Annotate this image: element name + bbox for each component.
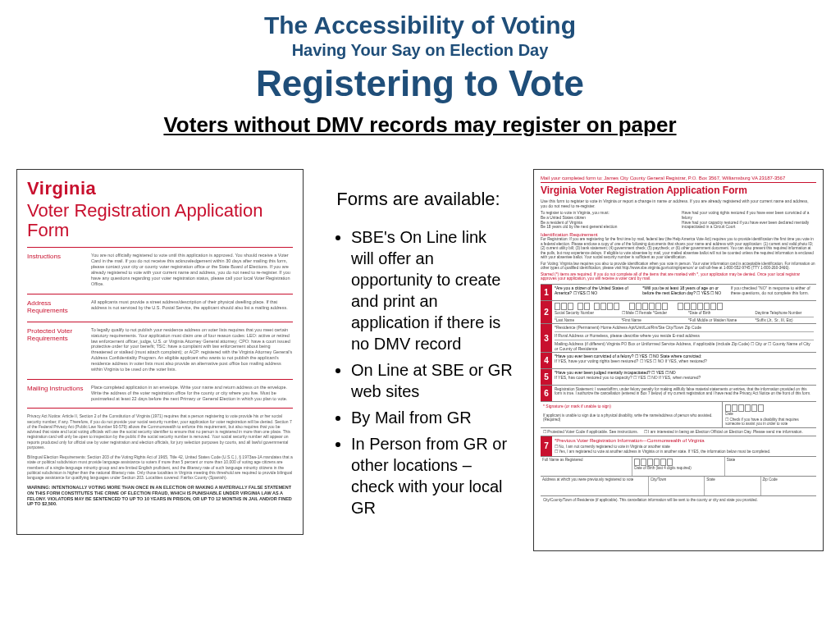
- mail-to-bar: Mail your completed form to: James City …: [541, 175, 816, 183]
- pf2-state: State: [705, 477, 760, 495]
- elig-col-a: To register to vote in Virginia, you mus…: [541, 211, 675, 230]
- lbl-gender: ☐ Male ☐ Female *Gender: [622, 311, 681, 316]
- eligibility-columns: To register to vote in Virginia, you mus…: [541, 211, 816, 230]
- pv-official: ☐ I am interested in being an Election O…: [644, 430, 803, 434]
- prev-fields-1: Full Name as Registered Date of Birth (l…: [541, 456, 816, 476]
- q1b: *Will you be at least 18 years of age on…: [642, 285, 725, 295]
- lbl-middle: *Full Middle or Maiden Name: [688, 318, 747, 323]
- sig-label-text: * Signature (or mark if unable to sign): [543, 404, 611, 409]
- row-3-body: *Residence (Permanent) Home Address Apt/…: [552, 324, 816, 352]
- signature-label: * Signature (or mark if unable to sign) …: [541, 402, 722, 427]
- badge-1: 1: [541, 285, 552, 300]
- divider: [27, 379, 293, 380]
- signature-row: * Signature (or mark if unable to sign) …: [541, 401, 816, 427]
- divider: [27, 408, 293, 409]
- elig-a3: Be a resident of Virginia: [541, 221, 582, 225]
- row-2-body: Social Security Number ☐ Male ☐ Female *…: [552, 301, 816, 323]
- prev-fields-2: Address at which you were previously reg…: [541, 476, 816, 495]
- q1a: *Are you a citizen of the United States …: [555, 285, 637, 295]
- body-mailing: Place completed application in an envelo…: [91, 385, 293, 402]
- q1c: If you checked "NO" in response to eithe…: [731, 285, 814, 295]
- badge-4: 4: [541, 353, 552, 368]
- q4b: If YES, have your voting rights been res…: [555, 358, 814, 363]
- middle-column: Forms are available: SBE's On Line link …: [317, 169, 520, 523]
- r3b: If Rural Address or Homeless, please des…: [555, 331, 814, 338]
- label-address: Address Requirements: [27, 299, 84, 315]
- lbl-dob: *Date of Birth: [688, 311, 747, 316]
- prev-body: ☐ No, I am not currently registered to v…: [552, 445, 816, 456]
- pf-state: State: [725, 457, 816, 476]
- lbl-phone: Daytime Telephone Number: [756, 311, 815, 316]
- pf-name: Full Name as Registered: [541, 457, 632, 476]
- lbl-suffix: *Suffix (Jr., Sr., III, Etc): [756, 318, 815, 323]
- divider: [27, 247, 293, 248]
- pf-dob: Date of Birth (last 4 digits required): [632, 457, 724, 476]
- label-mailing: Mailing Instructions: [27, 385, 84, 402]
- label-instructions: Instructions: [27, 253, 84, 286]
- lbl-first: *First Name: [622, 318, 681, 323]
- id-requirement-body-1: For Registration: If you are registering…: [541, 237, 816, 260]
- privacy-notice: Privacy Act Notice: Article II, Section …: [27, 413, 293, 450]
- divider: [27, 294, 293, 294]
- elig-a1: To register to vote in Virginia, you mus…: [541, 211, 609, 215]
- sig-assist: If applicant is unable to sign due to a …: [543, 413, 719, 422]
- prev-head: *Previous Voter Registration Information…: [552, 436, 816, 445]
- pf2-city: City/Town: [649, 477, 705, 495]
- bilingual-notice: Bilingual Election Requirements: Section…: [27, 454, 293, 480]
- row-7: 7 *Previous Voter Registration Informati…: [541, 436, 816, 456]
- form-state: Virginia: [27, 178, 293, 199]
- subtitle: Voters without DMV records may register …: [16, 112, 824, 138]
- pv-code: ☐ Protected Voter Code if applicable. Se…: [543, 430, 638, 434]
- bullet-3: By Mail from GR: [351, 407, 514, 428]
- r3c: Mailing Address (if different) Virginia …: [555, 340, 814, 351]
- bullet-2: On Line at SBE or GR web sites: [351, 359, 514, 402]
- row-5-body: *Have you ever been judged mentally inca…: [552, 369, 816, 385]
- sig-date-label: Date: [725, 412, 814, 416]
- badge-5: 5: [541, 369, 552, 385]
- body-address: All applicants must provide a street add…: [91, 299, 293, 315]
- section-protected: Protected Voter Requirements To legally …: [27, 327, 293, 372]
- elig-b2: Have had your capacity restored if you h…: [682, 221, 809, 230]
- row-3: 3 *Residence (Permanent) Home Address Ap…: [541, 323, 816, 352]
- bullet-4: In Person from GR or other locations – c…: [351, 433, 514, 518]
- elig-a4: Be 18 years old by the next general elec…: [541, 225, 617, 229]
- section-address: Address Requirements All applicants must…: [27, 299, 293, 315]
- id-requirement-body-2: For Voting: Virginia law requires you al…: [541, 262, 816, 271]
- badge-6: 6: [541, 386, 552, 401]
- badge-3: 3: [541, 324, 552, 352]
- forms-available-heading: Forms are available:: [323, 189, 514, 210]
- starred-note: Starred (*) items are required. If you d…: [541, 272, 816, 282]
- section-mailing: Mailing Instructions Place completed app…: [27, 385, 293, 402]
- r3a: *Residence (Permanent) Home Address Apt/…: [555, 325, 814, 330]
- elig-col-b: Have had your voting rights restored if …: [682, 211, 816, 230]
- section-instructions: Instructions You are not officially regi…: [27, 253, 293, 286]
- row2-sublabels: Social Security Number ☐ Male ☐ Female *…: [555, 311, 814, 316]
- forms-available-list: SBE's On Line link will offer an opportu…: [323, 226, 514, 518]
- registration-statement: Registration Statement: I swear/affirm, …: [552, 386, 816, 401]
- row-7-body: *Previous Voter Registration Information…: [552, 436, 816, 456]
- title-line-3: Registering to Vote: [16, 63, 824, 104]
- badge-2: 2: [541, 301, 552, 323]
- content-row: Virginia Voter Registration Application …: [16, 169, 824, 551]
- row-5: 5 *Have you ever been judged mentally in…: [541, 368, 816, 385]
- pf2-zip: Zip Code: [761, 477, 816, 495]
- elig-a2: Be a United States citizen: [541, 216, 586, 220]
- signature-right: Date ☐ Check if you have a disability th…: [722, 402, 816, 427]
- bullet-1: SBE's On Line link will offer an opportu…: [351, 226, 514, 354]
- form-thumbnail-application: Mail your completed form to: James City …: [533, 169, 824, 551]
- row-1-body: *Are you a citizen of the United States …: [552, 285, 816, 300]
- lbl-ssn: Social Security Number: [555, 311, 614, 316]
- foot-note: City/County/Town of Residence (if applic…: [541, 495, 816, 504]
- body-instructions: You are not officially registered to vot…: [91, 253, 293, 286]
- sig-disability-check: ☐ Check if you have a disability that re…: [725, 418, 814, 426]
- pf2-addr: Address at which you were previously reg…: [541, 477, 649, 495]
- q5b: If YES, has court restored you to capaci…: [555, 375, 814, 380]
- row-6: 6 Registration Statement: I swear/affirm…: [541, 385, 816, 401]
- label-protected: Protected Voter Requirements: [27, 327, 84, 372]
- form-title-left: Voter Registration Application Form: [27, 201, 293, 240]
- lbl-last: *Last Name: [555, 318, 614, 323]
- date-boxes: [725, 404, 814, 412]
- row2b-sublabels: *Last Name *First Name *Full Middle or M…: [555, 317, 814, 323]
- prev-b: ☐ Yes, I am registered to vote at anothe…: [555, 450, 814, 454]
- row-4: 4 *Have you ever been convicted of a fel…: [541, 352, 816, 368]
